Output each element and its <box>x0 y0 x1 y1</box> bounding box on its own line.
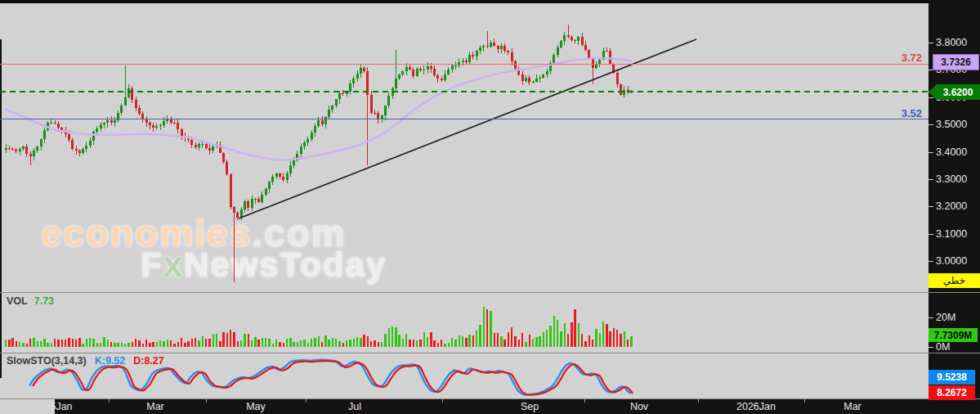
chart-root: economies.com FxNewsToday 3.80003.70003.… <box>0 0 980 414</box>
price-tick-label: 3.5000 <box>936 119 967 130</box>
last-price-badge: 3.6200 <box>929 84 980 100</box>
price-tick-mark <box>929 261 933 262</box>
price-tick-label: 3.0000 <box>936 255 967 267</box>
x-axis-label: 2026Jan <box>723 401 789 412</box>
moving-average-line <box>6 58 631 160</box>
volume-indicator-label: VOL <box>7 295 28 307</box>
x-axis-label: 5Jan <box>29 401 94 412</box>
sto-indicator-header: SlowSTO(3,14,3)K:9.52D:8.27 <box>7 355 164 367</box>
x-axis-label: Nov <box>606 401 672 412</box>
sto-d-value: D:8.27 <box>133 355 164 367</box>
sto-k-value: K:9.52 <box>95 355 126 367</box>
separator-sto-xaxis <box>0 398 980 399</box>
x-axis-tick-mark <box>109 399 110 403</box>
price-tick-label: 3.1000 <box>936 228 967 240</box>
volume-tick-mark <box>929 317 933 318</box>
volume-tick-mark <box>929 347 933 348</box>
support-level-label: 3.52 <box>873 107 922 119</box>
resistance-level-label: 3.72 <box>873 52 922 64</box>
x-axis-label: Mar <box>123 401 188 412</box>
volume-tick-label: 0M <box>936 341 950 353</box>
x-axis-label: Sep <box>497 401 562 412</box>
price-tick-label: 3.4000 <box>936 146 967 158</box>
sto-k-badge: 9.5238 <box>929 370 975 385</box>
x-axis-tick-mark <box>804 399 805 403</box>
candles <box>5 25 633 282</box>
separator-price-volume <box>0 292 980 293</box>
price-tick-label: 3.2000 <box>936 200 967 212</box>
ma-value-badge: 3.7326 <box>933 54 979 70</box>
price-tick-mark <box>929 43 933 43</box>
x-axis-tick-mark <box>206 399 207 403</box>
price-tick-mark <box>929 152 933 153</box>
price-tick-mark <box>929 124 933 125</box>
separator-volume-sto <box>0 353 980 353</box>
x-axis-label: Mar <box>820 401 885 412</box>
price-tick-label: 3.8000 <box>936 37 967 48</box>
volume-indicator-value: 7.73 <box>34 295 54 307</box>
volume-tick-label: 20M <box>936 312 955 323</box>
x-axis-label: May <box>223 401 289 412</box>
x-axis-tick-mark <box>442 399 443 403</box>
x-axis-tick-mark <box>698 399 699 403</box>
sto-indicator-label: SlowSTO(3,14,3) <box>7 355 87 367</box>
volume-value-badge: 7.7309M <box>929 328 978 342</box>
x-axis-tick-mark <box>306 399 307 403</box>
trendline <box>239 39 696 218</box>
price-tick-mark <box>929 97 933 98</box>
price-tick-mark <box>929 179 933 180</box>
volume-bars <box>5 307 633 347</box>
volume-indicator-header: VOL7.73 <box>7 295 54 307</box>
x-axis-tick-mark <box>584 399 585 403</box>
x-axis-label: Jul <box>322 401 387 412</box>
scale-type-badge[interactable]: خطي <box>929 273 980 288</box>
price-tick-mark <box>929 206 933 207</box>
price-tick-mark <box>929 234 933 235</box>
price-tick-label: 3.3000 <box>936 173 967 185</box>
sto-d-badge: 8.2672 <box>929 385 975 400</box>
